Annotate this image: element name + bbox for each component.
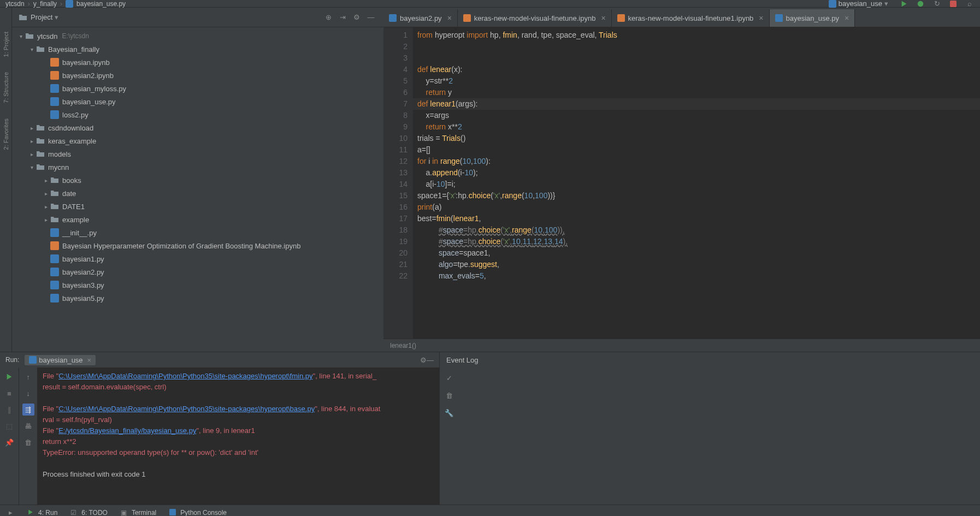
tree-item[interactable]: ▸example — [12, 213, 383, 226]
pause-icon[interactable]: ‖ — [3, 404, 15, 416]
breadcrumb-file[interactable]: bayesian_use.py — [76, 0, 126, 8]
console-line[interactable]: File "E:/ytcsdn/Bayesian_finally/bayesia… — [43, 425, 434, 436]
tree-item[interactable]: ▾mycnn — [12, 161, 383, 174]
tree-item[interactable]: ▸books — [12, 174, 383, 187]
tree-item[interactable]: ▸models — [12, 147, 383, 161]
console-line[interactable]: Process finished with exit code 1 — [43, 469, 434, 480]
code-line[interactable]: print(a) — [413, 201, 980, 213]
bottom-tab[interactable]: Python Console — [164, 507, 232, 517]
tree-item[interactable]: bayesian2.ipynb — [12, 69, 383, 82]
bottom-tab[interactable]: ☑6: TODO — [65, 507, 113, 517]
console-line[interactable]: rval = self.fn(pyll_rval) — [43, 414, 434, 425]
console-line[interactable]: return x**2 — [43, 436, 434, 447]
console-line[interactable]: result = self.domain.evaluate(spec, ctrl… — [43, 382, 434, 393]
traceback-link[interactable]: C:\Users\Mr\AppData\Roaming\Python\Pytho… — [58, 405, 315, 413]
stop-run-icon[interactable]: ■ — [3, 387, 15, 399]
code-context[interactable]: lenear1() — [390, 342, 416, 349]
code-line[interactable]: space1={'x':hp.choice('x',range(10,100))… — [413, 190, 980, 201]
traceback-link[interactable]: C:\Users\Mr\AppData\Roaming\Python\Pytho… — [58, 372, 312, 380]
run-gear-icon[interactable]: ⚙ — [420, 356, 427, 364]
code-line[interactable]: #space=hp.choice('x',10,11,12,13,14), — [413, 236, 980, 247]
editor-content[interactable]: 12345678910111213141516171819202122 from… — [383, 27, 980, 339]
gutter-structure-tab[interactable]: 7: Structure — [2, 70, 10, 105]
editor-tab[interactable]: keras-new-model-visual-finetune1.ipynb× — [612, 9, 770, 27]
code-line[interactable]: #space=hp.choice('x',range(10,100)), — [413, 224, 980, 236]
code-body[interactable]: from hyperopt import hp, fmin, rand, tpe… — [413, 27, 980, 339]
breadcrumb-folder[interactable]: y_finally — [33, 0, 57, 8]
console-line[interactable] — [43, 393, 434, 404]
editor-tab[interactable]: keras-new-model-visual-finetune.ipynb× — [458, 9, 612, 27]
code-line[interactable]: for i in range(10,100): — [413, 156, 980, 167]
trash-icon[interactable]: 🗑 — [443, 389, 455, 401]
bottom-tab[interactable]: ▣Terminal — [115, 507, 162, 517]
close-icon[interactable]: × — [759, 14, 763, 22]
console-output[interactable]: File "C:\Users\Mr\AppData\Roaming\Python… — [37, 367, 439, 505]
tree-root[interactable]: ▾ ytcsdn E:\ytcsdn — [12, 29, 383, 43]
code-line[interactable]: max_evals=5, — [413, 270, 980, 282]
gutter-project-tab[interactable]: 1: Project — [2, 29, 10, 59]
editor-tab[interactable]: bayesian2.py× — [383, 9, 458, 27]
pin-icon[interactable]: 📌 — [3, 436, 15, 448]
exit-icon[interactable]: ⬚ — [3, 420, 15, 432]
project-tree[interactable]: ▾ ytcsdn E:\ytcsdn ▾Bayesian_finallybaye… — [12, 27, 383, 352]
run-hide-icon[interactable]: — — [427, 356, 434, 364]
code-line[interactable]: a=[] — [413, 144, 980, 156]
check-icon[interactable]: ✓ — [443, 372, 455, 384]
tree-item[interactable]: Bayesian Hyperparameter Optimization of … — [12, 239, 383, 252]
rerun-icon[interactable] — [3, 371, 15, 383]
tree-item[interactable]: bayesian_myloss.py — [12, 82, 383, 95]
project-title[interactable]: Project — [31, 13, 52, 21]
tree-item[interactable]: bayesian3.py — [12, 278, 383, 292]
editor-tab[interactable]: bayesian_use.py× — [770, 9, 855, 27]
code-line[interactable]: x=args — [413, 110, 980, 121]
code-line[interactable]: from hyperopt import hp, fmin, rand, tpe… — [413, 29, 980, 41]
gear-icon[interactable]: ⚙ — [351, 11, 363, 23]
print-icon[interactable]: 🖶 — [22, 420, 34, 432]
gutter-favorites-tab[interactable]: 2: Favorites — [2, 116, 10, 152]
code-line[interactable]: def lenear(x): — [413, 64, 980, 75]
code-line[interactable]: return y — [413, 87, 980, 98]
tree-item[interactable]: ▸DATE1 — [12, 200, 383, 213]
run-tab[interactable]: bayesian_use × — [25, 355, 96, 365]
code-line[interactable]: algo=tpe.suggest, — [413, 259, 980, 270]
close-icon[interactable]: × — [845, 14, 849, 22]
up-icon[interactable]: ↑ — [22, 371, 34, 383]
console-line[interactable]: File "C:\Users\Mr\AppData\Roaming\Python… — [43, 371, 434, 382]
tree-item[interactable]: bayesian_use.py — [12, 95, 383, 108]
tree-item[interactable]: ▾Bayesian_finally — [12, 43, 383, 56]
traceback-link[interactable]: E:/ytcsdn/Bayesian_finally/bayesian_use.… — [58, 426, 196, 435]
tree-item[interactable]: ▸date — [12, 187, 383, 200]
target-icon[interactable]: ⊕ — [322, 11, 334, 23]
chevron-down-icon[interactable]: ▾ — [55, 13, 58, 21]
close-icon[interactable]: × — [601, 14, 605, 22]
code-line[interactable] — [413, 41, 980, 52]
tree-item[interactable]: __init__.py — [12, 226, 383, 239]
console-line[interactable] — [43, 458, 434, 469]
menu-icon[interactable]: ▸ — [4, 507, 16, 517]
code-line[interactable]: y=str**2 — [413, 75, 980, 87]
code-line[interactable] — [413, 52, 980, 64]
code-line[interactable]: return x**2 — [413, 121, 980, 133]
tree-item[interactable]: ▸keras_example — [12, 134, 383, 147]
code-line[interactable]: space=space1, — [413, 247, 980, 259]
tree-item[interactable]: bayesian.ipynb — [12, 56, 383, 69]
tree-item[interactable]: loss2.py — [12, 108, 383, 121]
tree-item[interactable]: bayesian5.py — [12, 292, 383, 305]
code-line[interactable]: trials = Trials() — [413, 133, 980, 144]
tree-item[interactable]: ▸csdndownload — [12, 121, 383, 134]
close-icon[interactable]: × — [87, 356, 92, 364]
wrench-icon[interactable]: 🔧 — [443, 407, 455, 419]
console-line[interactable]: File "C:\Users\Mr\AppData\Roaming\Python… — [43, 404, 434, 414]
code-line[interactable]: a.append(i-10); — [413, 167, 980, 179]
code-line[interactable]: a[i-10]=i; — [413, 179, 980, 190]
down-icon[interactable]: ↓ — [22, 387, 34, 399]
collapse-icon[interactable]: ⇥ — [336, 11, 349, 23]
code-line[interactable]: def lenear1(args): — [413, 98, 980, 110]
console-line[interactable]: TypeError: unsupported operand type(s) f… — [43, 447, 434, 458]
bottom-tab[interactable]: 4: Run — [22, 507, 63, 517]
wrap-icon[interactable]: ⇶ — [22, 404, 34, 416]
tree-item[interactable]: bayesian1.py — [12, 252, 383, 265]
code-line[interactable]: best=fmin(lenear1, — [413, 213, 980, 224]
hide-icon[interactable]: — — [365, 11, 377, 23]
tree-item[interactable]: bayesian2.py — [12, 265, 383, 278]
